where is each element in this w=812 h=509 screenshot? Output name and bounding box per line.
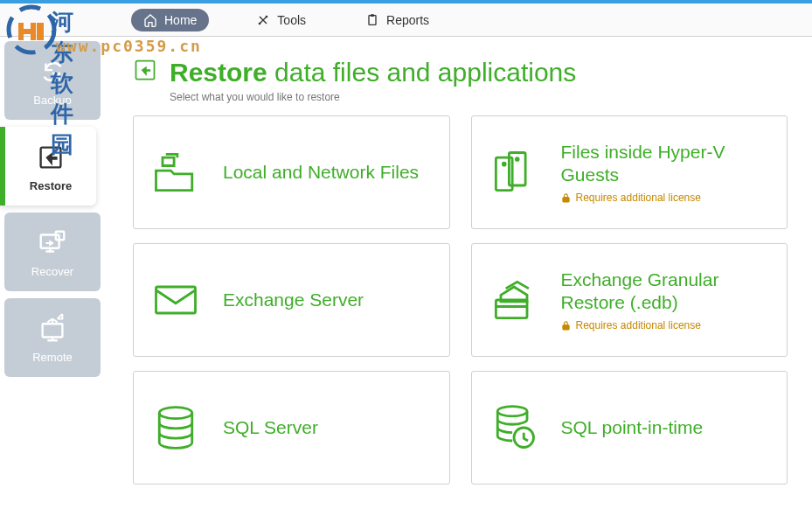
tab-home-label: Home — [164, 13, 197, 27]
card-exchange-edb-title: Exchange Granular Restore (.edb) — [561, 268, 772, 315]
restore-heading-icon — [133, 58, 157, 86]
folder-files-icon — [149, 146, 202, 199]
svg-rect-2 — [369, 15, 376, 24]
card-exchange-server[interactable]: Exchange Server — [133, 243, 450, 357]
sidebar-item-recover[interactable]: Recover — [4, 213, 101, 291]
svg-rect-13 — [562, 197, 568, 202]
sidebar-backup-label: Backup — [33, 94, 71, 107]
page-title: Restore data files and applications — [170, 58, 576, 87]
lock-icon — [561, 193, 571, 203]
sidebar-item-backup[interactable]: Backup — [4, 41, 101, 120]
exchange-edb-icon — [488, 274, 540, 326]
card-sql-server[interactable]: SQL Server — [133, 371, 450, 485]
database-icon — [149, 401, 202, 454]
remote-icon — [36, 312, 69, 345]
envelope-icon — [149, 274, 202, 326]
tools-icon — [256, 13, 270, 27]
card-local-title: Local and Network Files — [223, 161, 419, 184]
tab-home[interactable]: Home — [131, 9, 209, 31]
sidebar-recover-label: Recover — [31, 265, 73, 278]
backup-icon — [36, 55, 69, 88]
home-icon — [143, 13, 157, 27]
tab-reports-label: Reports — [386, 13, 429, 27]
svg-rect-16 — [562, 324, 568, 330]
sidebar-remote-label: Remote — [32, 351, 73, 364]
card-exchange-granular[interactable]: Exchange Granular Restore (.edb) Require… — [471, 243, 788, 357]
tab-tools-label: Tools — [277, 13, 306, 27]
svg-point-18 — [497, 407, 527, 416]
sidebar: Backup Restore Recover Remote — [0, 37, 105, 509]
main-content: Restore data files and applications Sele… — [105, 37, 812, 509]
tab-bar: Home Tools Reports — [0, 3, 812, 37]
svg-point-17 — [159, 408, 192, 419]
svg-rect-3 — [371, 14, 374, 17]
card-exchange-edb-note: Requires additional license — [561, 319, 772, 331]
card-sql-point-in-time[interactable]: SQL point-in-time — [471, 371, 788, 485]
tab-tools[interactable]: Tools — [244, 9, 318, 31]
card-sql-title: SQL Server — [223, 416, 318, 439]
card-hyperv-note: Requires additional license — [561, 192, 772, 204]
sidebar-item-remote[interactable]: Remote — [4, 298, 101, 377]
page-subtitle: Select what you would like to restore — [170, 91, 576, 103]
svg-point-12 — [503, 163, 505, 165]
svg-point-1 — [259, 22, 261, 24]
sidebar-restore-label: Restore — [30, 179, 72, 192]
recover-icon — [36, 227, 69, 260]
svg-rect-14 — [156, 287, 196, 313]
card-local-network-files[interactable]: Local and Network Files — [133, 115, 450, 229]
svg-point-0 — [266, 15, 268, 17]
restore-icon — [34, 141, 67, 174]
card-hyperv-title: Files inside Hyper-V Guests — [561, 141, 772, 187]
tab-reports[interactable]: Reports — [353, 9, 441, 31]
lock-icon — [561, 321, 571, 331]
card-exchange-title: Exchange Server — [223, 289, 364, 311]
database-clock-icon — [488, 401, 540, 454]
svg-rect-7 — [43, 324, 63, 337]
card-sql-pit-title: SQL point-in-time — [561, 416, 704, 439]
sidebar-item-restore[interactable]: Restore — [0, 127, 96, 206]
svg-point-11 — [516, 158, 518, 161]
card-hyperv-files[interactable]: Files inside Hyper-V Guests Requires add… — [471, 115, 788, 229]
reports-icon — [365, 13, 379, 27]
hyperv-icon — [488, 146, 540, 199]
